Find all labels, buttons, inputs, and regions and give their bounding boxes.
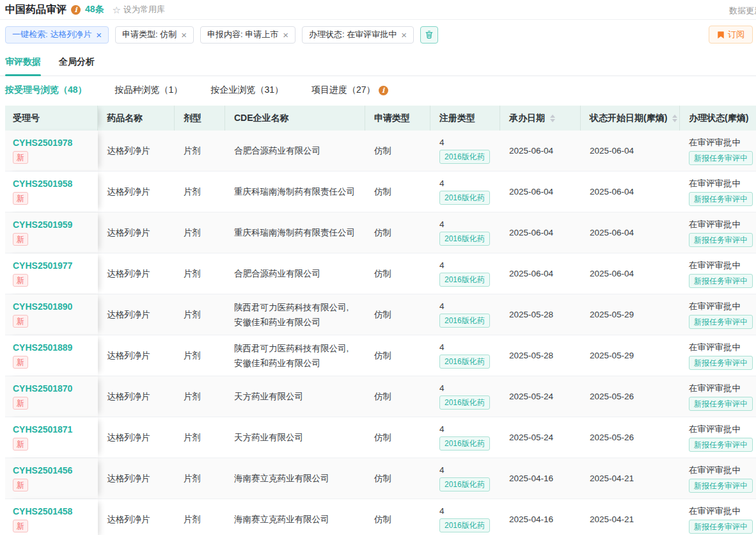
cde-company-cell: 海南赛立克药业有限公司: [225, 499, 365, 535]
sort-icon[interactable]: [672, 115, 677, 122]
header-label: 状态开始日期(摩熵): [590, 113, 667, 124]
info-icon[interactable]: i: [71, 5, 81, 15]
reg-type-tag: 2016版化药: [439, 436, 490, 451]
reg-type-tag: 2016版化药: [439, 232, 490, 246]
filter-bar: 一键检索: 达格列净片 × 申请类型: 仿制 × 申报内容: 申请上市 × 办理…: [0, 20, 756, 49]
acceptance-no-cell: CYHS2501958 新: [5, 172, 98, 212]
reg-type-value: 4: [439, 424, 445, 434]
dosage-form-cell: 片剂: [175, 335, 225, 376]
result-count: 48条: [85, 4, 104, 15]
acceptance-no-link[interactable]: CYHS2501889: [13, 342, 72, 353]
apply-type-cell: 仿制: [365, 458, 430, 499]
handle-status-cell: 在审评审批中 新报任务审评中: [680, 172, 756, 212]
status-start-date-cell: 2025-06-04: [581, 172, 680, 212]
subscribe-label: 订阅: [728, 29, 744, 40]
table-row: CYHS2501959 新 达格列净片 片剂 重庆科瑞南海制药有限责任公司 仿制…: [5, 212, 756, 253]
dosage-form-cell: 片剂: [175, 499, 225, 535]
status-start-date-cell: 2025-05-26: [581, 376, 680, 417]
status-start-date-cell: 2025-04-21: [581, 499, 680, 535]
handle-status-text: 在审评审批中: [689, 383, 741, 394]
drug-name-cell: 达格列净片: [98, 131, 175, 171]
status-start-date-cell: 2025-04-21: [581, 458, 680, 499]
apply-type-cell: 仿制: [365, 417, 430, 458]
acceptance-no-cell: CYHS2501870 新: [5, 376, 98, 417]
close-icon[interactable]: ×: [96, 30, 102, 40]
reg-type-tag: 2016版化药: [439, 273, 490, 287]
acceptance-no-cell: CYHS2501889 新: [5, 335, 98, 376]
clear-filters-button[interactable]: [420, 26, 438, 44]
handle-status-tag: 新报任务审评中: [689, 192, 753, 206]
page-title: 中国药品审评: [5, 3, 67, 17]
handle-status-tag: 新报任务审评中: [689, 438, 753, 452]
apply-type-cell: 仿制: [365, 212, 430, 253]
cde-company-cell: 合肥合源药业有限公司: [225, 131, 365, 171]
accept-date-cell: 2025-04-16: [500, 499, 581, 535]
handle-status-text: 在审评审批中: [689, 506, 741, 517]
tab-global-analysis[interactable]: 全局分析: [59, 49, 95, 76]
close-icon[interactable]: ×: [181, 30, 187, 40]
trash-icon: [425, 30, 434, 39]
header-status-start-date: 状态开始日期(摩熵): [581, 106, 680, 131]
table-row: CYHS2501456 新 达格列净片 片剂 海南赛立克药业有限公司 仿制 4 …: [5, 458, 756, 499]
reg-type-value: 4: [439, 301, 445, 311]
set-favorite-label: 设为常用库: [123, 4, 165, 15]
filter-tag-label: 办理状态: 在审评审批中: [309, 29, 397, 40]
handle-status-text: 在审评审批中: [689, 424, 741, 435]
acceptance-no-link[interactable]: CYHS2501890: [13, 301, 72, 312]
close-icon[interactable]: ×: [283, 30, 288, 40]
reg-type-value: 4: [439, 383, 445, 393]
subtab-by-company[interactable]: 按企业浏览（31）: [210, 84, 283, 96]
accept-date-cell: 2025-06-04: [500, 253, 581, 294]
acceptance-no-link[interactable]: CYHS2501978: [13, 138, 72, 148]
drug-name-cell: 达格列净片: [98, 172, 175, 212]
subscribe-button[interactable]: 订阅: [709, 26, 753, 44]
acceptance-no-link[interactable]: CYHS2501870: [13, 383, 72, 394]
acceptance-no-link[interactable]: CYHS2501456: [13, 465, 72, 475]
subtab-by-variety[interactable]: 按品种浏览（1）: [115, 84, 183, 96]
handle-status-tag: 新报任务审评中: [689, 151, 753, 165]
drug-name-cell: 达格列净片: [98, 335, 175, 376]
reg-type-tag: 2016版化药: [439, 191, 490, 205]
set-favorite-button[interactable]: ☆ 设为常用库: [113, 4, 165, 15]
drug-name-cell: 达格列净片: [98, 253, 175, 294]
table-row: CYHS2501978 新 达格列净片 片剂 合肥合源药业有限公司 仿制 4 2…: [5, 131, 756, 172]
cde-company-cell: 天方药业有限公司: [225, 376, 365, 417]
close-icon[interactable]: ×: [401, 30, 407, 40]
filter-tag-label: 一键检索: 达格列净片: [12, 29, 91, 40]
status-start-date-cell: 2025-05-29: [581, 294, 680, 335]
header-drug-name: 药品名称: [98, 106, 175, 131]
tabs-bar: 审评数据 全局分析: [0, 49, 756, 76]
star-icon: ☆: [113, 5, 121, 15]
acceptance-no-link[interactable]: CYHS2501958: [13, 179, 72, 189]
cde-company-cell: 陕西君可力医药科技有限公司, 安徽佳和药业有限公司: [225, 335, 365, 376]
reg-type-cell: 4 2016版化药: [430, 253, 500, 294]
subtab-project-progress[interactable]: 项目进度（27） i: [311, 84, 388, 96]
reg-type-cell: 4 2016版化药: [430, 294, 500, 335]
reg-type-tag: 2016版化药: [439, 518, 490, 532]
apply-type-cell: 仿制: [365, 172, 430, 212]
info-icon[interactable]: i: [379, 86, 388, 95]
new-badge: 新: [13, 315, 28, 328]
handle-status-cell: 在审评审批中 新报任务审评中: [680, 499, 756, 535]
handle-status-text: 在审评审批中: [689, 219, 741, 230]
subtab-by-acceptance-no[interactable]: 按受理号浏览（48）: [5, 84, 87, 96]
acceptance-no-link[interactable]: CYHS2501458: [13, 506, 72, 516]
reg-type-cell: 4 2016版化药: [430, 499, 500, 535]
sort-icon[interactable]: [550, 115, 555, 122]
filter-tag-label: 申报内容: 申请上市: [207, 29, 278, 40]
header-accept-date: 承办日期: [500, 106, 581, 131]
header-reg-type: 注册类型: [430, 106, 500, 131]
accept-date-cell: 2025-05-28: [500, 335, 581, 376]
acceptance-no-cell: CYHS2501977 新: [5, 253, 98, 294]
acceptance-no-link[interactable]: CYHS2501977: [13, 260, 72, 271]
header-cde-company: CDE企业名称: [225, 106, 365, 131]
handle-status-cell: 在审评审批中 新报任务审评中: [680, 294, 756, 335]
status-start-date-cell: 2025-05-26: [581, 417, 680, 458]
handle-status-tag: 新报任务审评中: [689, 274, 753, 288]
reg-type-cell: 4 2016版化药: [430, 417, 500, 458]
acceptance-no-link[interactable]: CYHS2501959: [13, 220, 72, 230]
acceptance-no-link[interactable]: CYHS2501871: [13, 424, 72, 435]
table-row: CYHS2501890 新 达格列净片 片剂 陕西君可力医药科技有限公司, 安徽…: [5, 294, 756, 335]
tab-review-data[interactable]: 审评数据: [5, 49, 41, 76]
apply-type-cell: 仿制: [365, 335, 430, 376]
